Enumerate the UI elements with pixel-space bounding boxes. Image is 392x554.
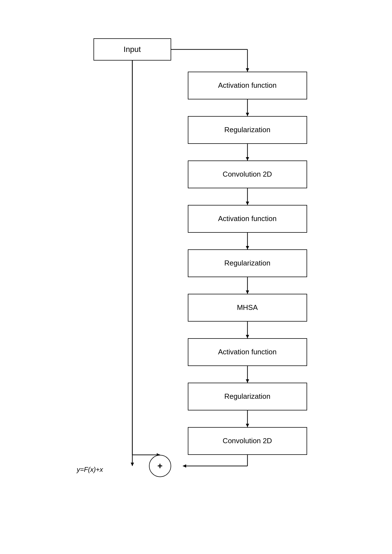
flow-box-8: Regularization [188, 383, 307, 410]
svg-marker-4 [246, 113, 249, 116]
box6-label: MHSA [237, 303, 258, 312]
flow-box-3: Convolution 2D [188, 161, 307, 188]
formula-text: y=F(x)+x [77, 466, 103, 473]
svg-marker-10 [246, 246, 249, 249]
flow-box-5: Regularization [188, 249, 307, 277]
plus-symbol: + [157, 461, 163, 471]
plus-circle: + [149, 455, 171, 477]
box1-label: Activation function [218, 81, 277, 90]
svg-marker-18 [246, 424, 249, 427]
svg-marker-2 [246, 68, 249, 72]
flow-box-7: Activation function [188, 338, 307, 366]
box9-label: Convolution 2D [223, 437, 272, 445]
box8-label: Regularization [224, 392, 270, 401]
box2-label: Regularization [224, 126, 270, 134]
flow-box-9: Convolution 2D [188, 427, 307, 455]
svg-marker-21 [183, 464, 186, 468]
flow-box-2: Regularization [188, 116, 307, 144]
formula-label: y=F(x)+x [77, 466, 103, 473]
flow-box-6: MHSA [188, 294, 307, 322]
svg-marker-16 [246, 379, 249, 383]
svg-marker-14 [246, 335, 249, 338]
svg-marker-12 [246, 290, 249, 294]
input-box: Input [93, 38, 171, 61]
svg-marker-8 [246, 202, 249, 205]
input-label: Input [123, 45, 141, 54]
box4-label: Activation function [218, 214, 277, 223]
box7-label: Activation function [218, 348, 277, 356]
flow-box-4: Activation function [188, 205, 307, 233]
svg-marker-6 [246, 157, 249, 161]
flow-box-1: Activation function [188, 72, 307, 99]
box3-label: Convolution 2D [223, 170, 272, 179]
box5-label: Regularization [224, 259, 270, 267]
diagram-container: Input Activation function Regularization… [71, 27, 321, 527]
svg-marker-23 [131, 463, 134, 466]
